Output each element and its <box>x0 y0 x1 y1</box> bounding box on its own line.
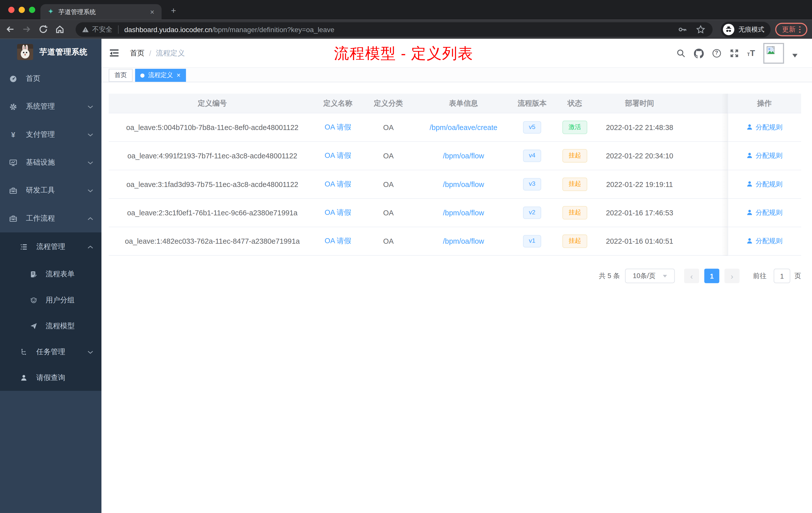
incognito-icon <box>723 24 734 35</box>
question-glyph: ? <box>712 49 721 56</box>
assign-rule-link[interactable]: 分配规则 <box>746 208 782 217</box>
form-link[interactable]: /bpm/oa/flow <box>417 209 510 217</box>
goto-label: 前往 <box>753 271 766 280</box>
avatar-dropdown-caret-icon[interactable] <box>792 54 798 57</box>
briefcase-icon <box>9 215 17 222</box>
table-row: oa_leave:4:991f2193-7b7f-11ec-a3c8-acde4… <box>109 142 801 170</box>
sidebar-item-label: 首页 <box>26 74 40 83</box>
logo-avatar <box>17 44 33 60</box>
avatar[interactable] <box>763 43 784 64</box>
sidebar-toggle-icon[interactable] <box>110 49 118 57</box>
page-unit-label: 页 <box>794 271 801 280</box>
version-badge: v4 <box>523 150 541 162</box>
table-row: oa_leave:5:004b710b-7b8a-11ec-8ef0-acde4… <box>109 114 801 142</box>
address-bar[interactable]: 不安全 dashboard.yudao.iocoder.cn/bpm/manag… <box>76 22 713 37</box>
sidebar-item-label: 工作流程 <box>26 214 55 223</box>
definition-name-link[interactable]: OA 请假 <box>316 151 360 160</box>
column-header: 操作 <box>728 99 801 108</box>
form-link[interactable]: /bpm/oa/flow <box>417 180 510 188</box>
status-badge: 激活 <box>562 121 587 134</box>
form-link[interactable]: /bpm/oa/leave/create <box>417 123 510 131</box>
back-icon[interactable] <box>5 24 15 34</box>
definition-name-link[interactable]: OA 请假 <box>316 208 360 217</box>
sidebar-item-label: 系统管理 <box>26 102 55 111</box>
definition-id: oa_leave:2:3c1f0ef1-76b1-11ec-9c66-a2380… <box>109 209 316 217</box>
reload-icon[interactable] <box>38 24 48 34</box>
definition-name-link[interactable]: OA 请假 <box>316 180 360 189</box>
new-tab-button[interactable]: + <box>169 6 178 16</box>
security-label: 不安全 <box>92 25 112 34</box>
incognito-label: 无痕模式 <box>738 25 764 34</box>
site-security-badge[interactable]: 不安全 <box>82 25 113 34</box>
definition-name-link[interactable]: OA 请假 <box>316 123 360 132</box>
version-badge: v2 <box>523 207 541 219</box>
prev-page-button[interactable]: ‹ <box>684 269 699 283</box>
font-small-glyph: T <box>747 52 750 57</box>
status-badge: 挂起 <box>562 235 587 248</box>
sidebar-item-task-management[interactable]: 任务管理 <box>0 339 102 365</box>
tag-close-icon[interactable]: × <box>176 72 180 79</box>
search-icon[interactable] <box>676 49 686 58</box>
assign-rule-link[interactable]: 分配规则 <box>746 151 782 160</box>
chevron-down-icon <box>88 105 93 109</box>
url-host: dashboard.yudao.iocoder.cn <box>124 26 212 33</box>
help-icon[interactable]: ? <box>712 49 721 58</box>
form-link[interactable]: /bpm/oa/flow <box>417 152 510 160</box>
sidebar-item-process-management[interactable]: 流程管理 <box>0 233 102 262</box>
sidebar-item-payment[interactable]: ¥ 支付管理 <box>0 121 102 149</box>
maximize-window-button[interactable] <box>29 7 35 13</box>
breadcrumb-home[interactable]: 首页 <box>130 49 145 58</box>
github-icon[interactable] <box>694 49 703 58</box>
tab-strip: 芋道管理系统 × + <box>0 0 812 20</box>
definition-id: oa_leave:5:004b710b-7b8a-11ec-8ef0-acde4… <box>109 123 316 131</box>
list-tree-icon <box>20 243 27 250</box>
sidebar-item-devtools[interactable]: 研发工具 <box>0 176 102 204</box>
fullscreen-icon[interactable] <box>729 49 739 58</box>
sidebar-item-home[interactable]: 首页 <box>0 65 102 93</box>
sidebar-item-user-group[interactable]: 用户分组 <box>0 288 102 313</box>
monitor-icon <box>9 159 17 167</box>
home-icon[interactable] <box>55 24 65 34</box>
page-size-value: 10条/页 <box>633 271 656 280</box>
browser-tab[interactable]: 芋道管理系统 × <box>40 4 162 20</box>
definition-category: OA <box>360 209 417 217</box>
tab-close-icon[interactable]: × <box>148 8 156 16</box>
font-size-icon[interactable]: TT <box>747 49 755 58</box>
column-header: 部署时间 <box>596 99 684 108</box>
definition-name-link[interactable]: OA 请假 <box>316 237 360 246</box>
form-link[interactable]: /bpm/oa/flow <box>417 237 510 245</box>
logo[interactable]: 芋道管理系统 <box>0 39 102 65</box>
robot-face-icon <box>30 297 37 304</box>
close-window-button[interactable] <box>8 7 14 13</box>
assign-rule-link[interactable]: 分配规则 <box>746 236 782 246</box>
sidebar-item-system[interactable]: 系统管理 <box>0 93 102 120</box>
form-edit-icon <box>30 271 37 278</box>
assign-rule-link[interactable]: 分配规则 <box>746 122 782 132</box>
bookmark-star-icon[interactable] <box>696 25 705 34</box>
page-size-select[interactable]: 10条/页 <box>625 269 675 283</box>
assign-rule-label: 分配规则 <box>755 179 782 189</box>
next-page-button[interactable]: › <box>724 269 740 283</box>
sidebar-item-label: 任务管理 <box>36 348 65 357</box>
menu-dots-icon[interactable] <box>799 26 801 33</box>
sidebar-item-process-form[interactable]: 流程表单 <box>0 262 102 288</box>
sidebar-item-infra[interactable]: 基础设施 <box>0 149 102 176</box>
tag-home[interactable]: 首页 <box>109 69 133 82</box>
sidebar-item-workflow[interactable]: 工作流程 <box>0 205 102 233</box>
assign-rule-link[interactable]: 分配规则 <box>746 179 782 189</box>
assign-rule-label: 分配规则 <box>755 236 782 246</box>
tag-label: 首页 <box>115 71 127 80</box>
url-separator <box>118 25 118 34</box>
minimize-window-button[interactable] <box>19 7 25 13</box>
status-badge: 挂起 <box>562 178 587 191</box>
sidebar-item-process-model[interactable]: 流程模型 <box>0 313 102 339</box>
key-icon[interactable] <box>678 25 687 34</box>
goto-page-input[interactable] <box>774 269 790 283</box>
forward-icon[interactable] <box>22 24 32 34</box>
page-number-button[interactable]: 1 <box>704 269 719 283</box>
sidebar-item-leave-query[interactable]: 请假查询 <box>0 365 102 391</box>
tag-process-definition[interactable]: 流程定义 × <box>135 69 185 82</box>
update-button[interactable]: 更新 <box>775 23 808 36</box>
page-title: 流程模型 - 定义列表 <box>334 43 473 64</box>
sidebar-item-label: 流程表单 <box>46 270 75 279</box>
